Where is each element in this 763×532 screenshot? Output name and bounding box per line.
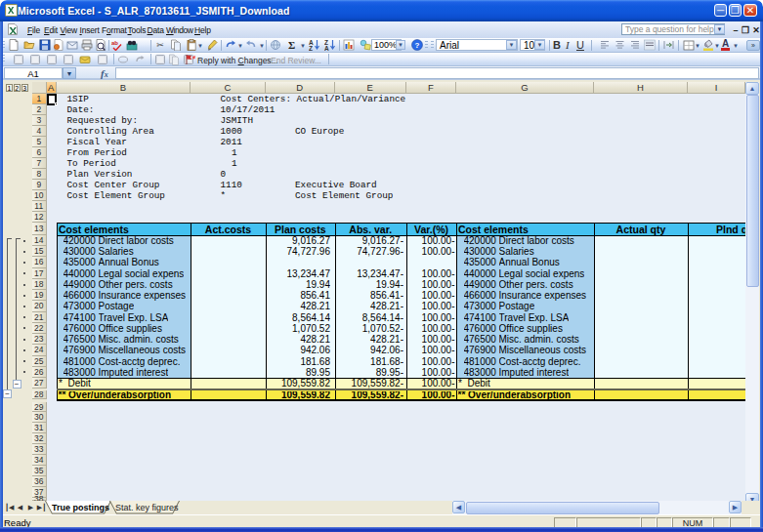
svg-text:Z: Z [309, 45, 313, 51]
svg-text:ab: ab [111, 40, 118, 46]
svg-text:?: ? [415, 41, 420, 50]
svg-text:A: A [324, 45, 329, 51]
